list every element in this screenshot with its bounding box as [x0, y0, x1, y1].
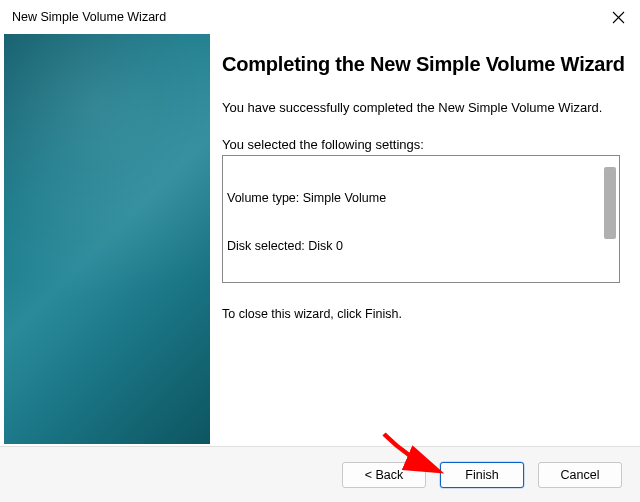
settings-line: Volume type: Simple Volume	[227, 190, 599, 206]
settings-intro: You selected the following settings:	[222, 137, 628, 152]
wizard-content: Completing the New Simple Volume Wizard …	[222, 34, 628, 446]
settings-listbox[interactable]: Volume type: Simple Volume Disk selected…	[222, 155, 620, 283]
finish-button[interactable]: Finish	[440, 462, 524, 488]
wizard-side-image	[4, 34, 210, 444]
cancel-button[interactable]: Cancel	[538, 462, 622, 488]
titlebar: New Simple Volume Wizard	[0, 0, 640, 34]
close-hint: To close this wizard, click Finish.	[222, 307, 628, 321]
settings-line: Disk selected: Disk 0	[227, 238, 599, 254]
back-button[interactable]: < Back	[342, 462, 426, 488]
wizard-footer: < Back Finish Cancel	[0, 446, 640, 502]
scrollbar-thumb[interactable]	[604, 167, 616, 239]
intro-text: You have successfully completed the New …	[222, 99, 628, 117]
close-button[interactable]	[604, 3, 632, 31]
window-title: New Simple Volume Wizard	[12, 10, 166, 24]
scrollbar[interactable]	[602, 157, 618, 281]
close-icon	[612, 11, 625, 24]
page-title: Completing the New Simple Volume Wizard	[222, 52, 628, 77]
wizard-body: Completing the New Simple Volume Wizard …	[0, 34, 640, 446]
